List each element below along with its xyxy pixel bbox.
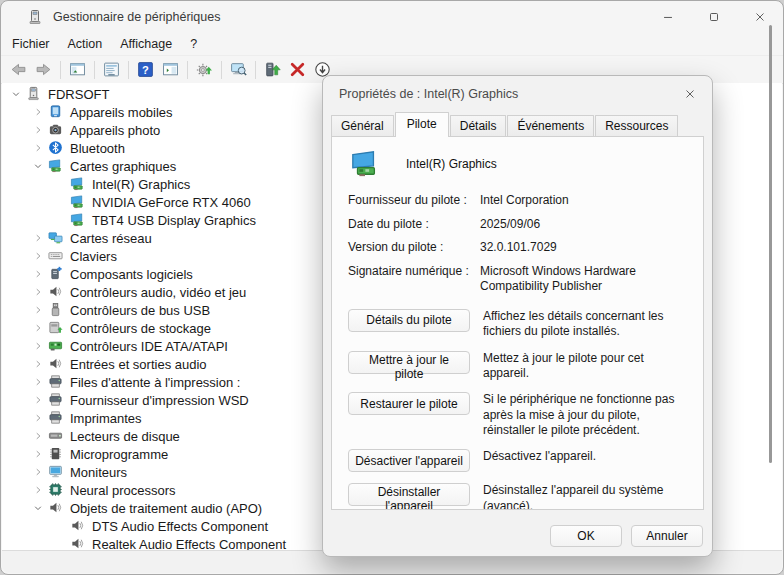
tree-item-label: FDRSOFT	[48, 87, 109, 102]
svg-text:?: ?	[142, 64, 149, 76]
network-adapter-icon	[48, 230, 64, 246]
uninstall-device-button[interactable]: Désinstaller l'appareil	[348, 483, 470, 506]
field-label: Version du pilote :	[348, 240, 480, 256]
toolbar-update-driver-button[interactable]	[260, 58, 285, 81]
tree-item-label: Contrôleurs audio, vidéo et jeu	[70, 285, 246, 300]
menu-help[interactable]: ?	[181, 35, 206, 53]
maximize-icon	[707, 10, 721, 24]
toolbar-back-button[interactable]	[6, 58, 31, 81]
driver-details-button[interactable]: Détails du pilote	[348, 309, 470, 332]
toolbar-forward-button[interactable]	[31, 58, 56, 81]
maximize-button[interactable]	[691, 1, 737, 33]
chevron-right-icon[interactable]	[30, 122, 46, 138]
chevron-right-icon[interactable]	[30, 374, 46, 390]
chevron-right-icon[interactable]	[30, 464, 46, 480]
tab-details[interactable]: Détails	[450, 115, 507, 136]
toolbar-separator	[94, 61, 95, 79]
disable-device-description: Désactivez l'appareil.	[483, 449, 687, 464]
dialog-title-bar: Propriétés de : Intel(R) Graphics	[323, 76, 712, 112]
chevron-right-icon[interactable]	[30, 446, 46, 462]
toolbar-properties-button[interactable]	[99, 58, 124, 81]
toolbar-scan-hardware-changes-button[interactable]	[192, 58, 217, 81]
close-button[interactable]	[737, 1, 783, 33]
display-adapter-icon	[70, 212, 86, 228]
field-value: 2025/09/06	[480, 217, 687, 233]
toolbar-separator	[60, 61, 61, 79]
properties-dialog: Propriétés de : Intel(R) Graphics Généra…	[322, 75, 713, 557]
display-adapter-icon	[70, 176, 86, 192]
update-driver-button[interactable]: Mettre à jour le pilote	[348, 351, 470, 374]
tree-item-label: Realtek Audio Effects Component	[92, 537, 286, 552]
chevron-right-icon[interactable]	[30, 248, 46, 264]
menu-action[interactable]: Action	[59, 35, 112, 53]
tab-evenements[interactable]: Événements	[507, 115, 594, 136]
neural-processor-icon	[48, 482, 64, 498]
chevron-right-icon[interactable]	[30, 320, 46, 336]
minimize-button[interactable]	[645, 1, 691, 33]
update-driver-icon	[264, 61, 281, 78]
tree-item-label: Files d'attente à l'impression :	[70, 375, 240, 390]
printer-icon	[48, 374, 64, 390]
chevron-right-icon[interactable]	[30, 104, 46, 120]
chevron-down-icon[interactable]	[8, 86, 24, 102]
disable-device-button[interactable]: Désactiver l'appareil	[348, 449, 470, 472]
display-adapter-icon	[70, 194, 86, 210]
tree-item-label: Moniteurs	[70, 465, 127, 480]
chevron-right-icon[interactable]	[30, 266, 46, 282]
disk-drive-icon	[48, 428, 64, 444]
device-manager-app-icon	[27, 9, 43, 25]
chevron-right-icon[interactable]	[30, 140, 46, 156]
camera-icon	[48, 122, 64, 138]
properties-icon	[103, 61, 120, 78]
menu-affichage[interactable]: Affichage	[111, 35, 181, 53]
chevron-down-icon[interactable]	[30, 500, 46, 516]
chevron-spacer	[52, 536, 68, 551]
window-controls	[645, 1, 783, 33]
menu-fichier[interactable]: Fichier	[3, 35, 59, 53]
chevron-right-icon[interactable]	[30, 284, 46, 300]
cancel-button[interactable]: Annuler	[631, 525, 703, 547]
action-row-driver-details: Détails du piloteAffichez les détails co…	[348, 309, 687, 340]
chevron-right-icon[interactable]	[30, 392, 46, 408]
roll-back-driver-button[interactable]: Restaurer le pilote	[348, 392, 470, 415]
window-title: Gestionnaire de périphériques	[53, 10, 220, 24]
ok-button[interactable]: OK	[550, 525, 622, 547]
tab-pilote[interactable]: Pilote	[395, 112, 449, 137]
chevron-right-icon[interactable]	[30, 428, 46, 444]
tree-item-label: Cartes réseau	[70, 231, 152, 246]
toolbar-separator	[187, 61, 188, 79]
chevron-spacer	[52, 176, 68, 192]
forward-icon	[35, 61, 52, 78]
toolbar-separator	[128, 61, 129, 79]
printer-icon	[48, 392, 64, 408]
chevron-right-icon[interactable]	[30, 302, 46, 318]
toolbar-computer-search-button[interactable]	[226, 58, 251, 81]
chevron-right-icon[interactable]	[30, 338, 46, 354]
chevron-right-icon[interactable]	[30, 230, 46, 246]
toolbar-uninstall-device-button[interactable]	[285, 58, 310, 81]
update-driver-description: Mettez à jour le pilote pour cet apparei…	[483, 351, 687, 382]
toolbar-help-button[interactable]: ?	[133, 58, 158, 81]
dialog-title: Propriétés de : Intel(R) Graphics	[339, 87, 518, 101]
chevron-down-icon[interactable]	[30, 158, 46, 174]
tree-scrollbar[interactable]	[769, 25, 772, 463]
back-icon	[10, 61, 27, 78]
dialog-tabs: GénéralPiloteDétailsÉvénementsRessources	[323, 112, 712, 136]
field-label: Fournisseur du pilote :	[348, 193, 480, 209]
chevron-right-icon[interactable]	[30, 356, 46, 372]
tree-item-label: Lecteurs de disque	[70, 429, 180, 444]
storage-controller-icon	[48, 320, 64, 336]
field-version-du-pilote: Version du pilote :32.0.101.7029	[348, 240, 687, 256]
tree-item-label: Imprimantes	[70, 411, 142, 426]
chevron-right-icon[interactable]	[30, 482, 46, 498]
dialog-close-button[interactable]	[672, 79, 708, 109]
driver-tab-page: Intel(R) Graphics Fournisseur du pilote …	[331, 136, 704, 510]
chevron-right-icon[interactable]	[30, 410, 46, 426]
speaker-icon	[48, 356, 64, 372]
scan-hardware-changes-icon	[196, 61, 213, 78]
toolbar-show-console-tree-button[interactable]	[65, 58, 90, 81]
tab-ressources[interactable]: Ressources	[595, 115, 678, 136]
close-icon	[753, 10, 767, 24]
tab-general[interactable]: Général	[331, 115, 394, 136]
toolbar-show-action-pane-button[interactable]	[158, 58, 183, 81]
